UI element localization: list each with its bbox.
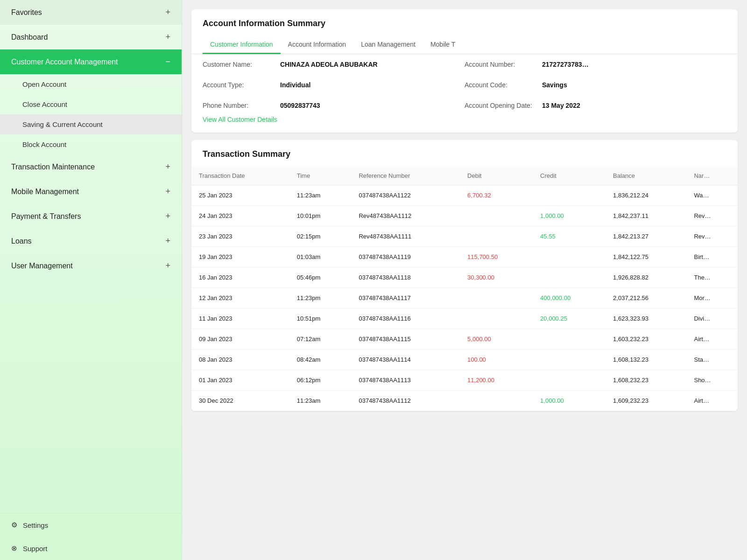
cell-balance: 1,842,237.11 (606, 206, 686, 226)
sidebar-sub-item-block-account[interactable]: Block Account (0, 134, 182, 154)
cell-debit (460, 226, 533, 247)
cell-date: 08 Jan 2023 (191, 350, 289, 370)
cell-narration: Mor… (686, 288, 738, 308)
col-header-date: Transaction Date (191, 167, 289, 185)
sidebar-item-favorites[interactable]: Favorites + (0, 0, 182, 25)
cell-narration: Sta… (686, 350, 738, 370)
cell-debit: 30,300.00 (460, 267, 533, 288)
cell-reference: 037487438AA1116 (351, 308, 460, 329)
tab-loan-management[interactable]: Loan Management (353, 36, 423, 54)
tab-customer-information[interactable]: Customer Information (203, 36, 281, 54)
cell-balance: 1,603,232.23 (606, 329, 686, 350)
col-header-debit: Debit (460, 167, 533, 185)
tab-mobile-t[interactable]: Mobile T (423, 36, 463, 54)
sidebar-sub-item-saving-current-account[interactable]: Saving & Current Account (0, 114, 182, 134)
table-row: 19 Jan 202301:03am037487438AA1119115,700… (191, 247, 738, 267)
cell-date: 12 Jan 2023 (191, 288, 289, 308)
sidebar-item-label-favorites: Favorites (11, 8, 42, 17)
table-row: 01 Jan 202306:12pm037487438AA111311,200.… (191, 370, 738, 391)
cell-date: 30 Dec 2022 (191, 391, 289, 411)
plus-icon: + (165, 187, 170, 196)
sidebar-sub-item-open-account[interactable]: Open Account (0, 74, 182, 94)
sidebar-footer-item-settings[interactable]: ⚙ Settings (0, 513, 182, 537)
cell-time: 02:15pm (289, 226, 352, 247)
cell-credit (533, 267, 606, 288)
cell-debit: 6,700.32 (460, 185, 533, 206)
sidebar-sub-item-close-account[interactable]: Close Account (0, 94, 182, 114)
view-all-customer-details-link[interactable]: View All Customer Details (191, 116, 289, 133)
cell-narration: Birt… (686, 247, 738, 267)
sidebar-footer-label-settings: Settings (23, 521, 48, 529)
phone-number-row: Phone Number: 05092837743 (203, 95, 465, 116)
account-code-label: Account Code: (465, 81, 535, 89)
sidebar: Favorites + Dashboard + Customer Account… (0, 0, 182, 560)
cell-time: 10:51pm (289, 308, 352, 329)
transaction-summary-card: Transaction Summary Transaction DateTime… (191, 140, 738, 411)
sidebar-item-user-management[interactable]: User Management + (0, 253, 182, 278)
cell-time: 07:12am (289, 329, 352, 350)
sidebar-item-transaction-maintenance[interactable]: Transaction Maintenance + (0, 154, 182, 179)
table-row: 24 Jan 202310:01pmRev487438AA11121,000.0… (191, 206, 738, 226)
cell-time: 11:23am (289, 185, 352, 206)
cell-date: 16 Jan 2023 (191, 267, 289, 288)
cell-balance: 1,842,122.75 (606, 247, 686, 267)
cell-date: 24 Jan 2023 (191, 206, 289, 226)
account-type-label: Account Type: (203, 81, 273, 89)
minus-icon: − (165, 57, 170, 67)
account-type-row: Account Type: Individual (203, 75, 465, 95)
sidebar-item-payment-transfers[interactable]: Payment & Transfers + (0, 204, 182, 229)
table-row: 16 Jan 202305:46pm037487438AA111830,300.… (191, 267, 738, 288)
cell-balance: 1,836,212.24 (606, 185, 686, 206)
tab-account-information[interactable]: Account Information (281, 36, 354, 54)
sidebar-item-dashboard[interactable]: Dashboard + (0, 25, 182, 49)
cell-credit: 1,000.00 (533, 391, 606, 411)
cell-credit: 1,000.00 (533, 206, 606, 226)
account-type-value: Individual (280, 81, 310, 89)
cell-debit (460, 288, 533, 308)
plus-icon: + (165, 7, 170, 17)
sidebar-item-loans[interactable]: Loans + (0, 229, 182, 253)
account-opening-date-label: Account Opening Date: (465, 102, 535, 109)
sidebar-item-label-mobile-management: Mobile Management (11, 188, 79, 196)
plus-icon: + (165, 236, 170, 246)
cell-reference: 037487438AA1115 (351, 329, 460, 350)
table-row: 30 Dec 202211:23am037487438AA11121,000.0… (191, 391, 738, 411)
customer-name-value: CHINAZA ADEOLA ABUBAKAR (280, 61, 378, 68)
table-row: 08 Jan 202308:42am037487438AA1114100.001… (191, 350, 738, 370)
table-row: 11 Jan 202310:51pm037487438AA111620,000.… (191, 308, 738, 329)
table-row: 25 Jan 202311:23am037487438AA11226,700.3… (191, 185, 738, 206)
cell-date: 19 Jan 2023 (191, 247, 289, 267)
sidebar-item-label-transaction-maintenance: Transaction Maintenance (11, 163, 95, 171)
cell-credit: 400,000.00 (533, 288, 606, 308)
sidebar-footer: ⚙ Settings ⊗ Support (0, 513, 182, 560)
cell-narration: Wa… (686, 185, 738, 206)
cell-reference: Rev487438AA1112 (351, 206, 460, 226)
table-row: 23 Jan 202302:15pmRev487438AA111145.551,… (191, 226, 738, 247)
account-number-row: Account Number: 21727273783… (465, 54, 726, 75)
account-code-value: Savings (542, 81, 567, 89)
sidebar-item-customer-account-management[interactable]: Customer Account Management − (0, 49, 182, 74)
cell-time: 06:12pm (289, 370, 352, 391)
transaction-table-wrapper: Transaction DateTimeReference NumberDebi… (191, 167, 738, 411)
cell-credit (533, 370, 606, 391)
cell-reference: 037487438AA1122 (351, 185, 460, 206)
cell-debit: 115,700.50 (460, 247, 533, 267)
cell-balance: 1,842,213.27 (606, 226, 686, 247)
account-number-label: Account Number: (465, 61, 535, 68)
cell-credit: 45.55 (533, 226, 606, 247)
account-info-grid: Customer Name: CHINAZA ADEOLA ABUBAKAR A… (191, 54, 738, 116)
cell-debit: 11,200.00 (460, 370, 533, 391)
plus-icon: + (165, 211, 170, 221)
cell-time: 05:46pm (289, 267, 352, 288)
account-info-tabs: Customer InformationAccount InformationL… (191, 36, 738, 54)
cell-balance: 2,037,212.56 (606, 288, 686, 308)
sidebar-footer-item-support[interactable]: ⊗ Support (0, 537, 182, 560)
cell-reference: 037487438AA1114 (351, 350, 460, 370)
col-header-narration: Nar… (686, 167, 738, 185)
sidebar-footer-label-support: Support (23, 545, 48, 553)
cell-debit: 5,000.00 (460, 329, 533, 350)
sidebar-item-mobile-management[interactable]: Mobile Management + (0, 179, 182, 204)
main-content: Account Information Summary Customer Inf… (182, 0, 747, 560)
cell-reference: 037487438AA1113 (351, 370, 460, 391)
cell-narration: Rev… (686, 226, 738, 247)
